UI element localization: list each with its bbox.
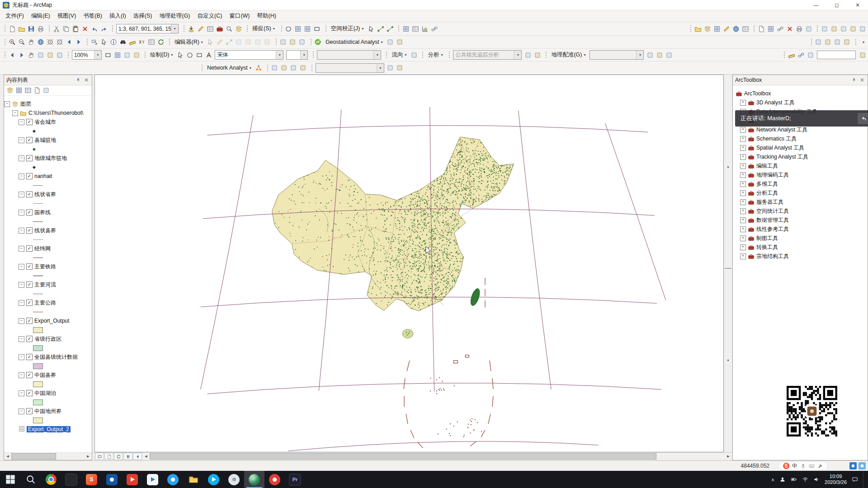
layer-symbol-row[interactable]: [4, 289, 92, 298]
collapse-icon[interactable]: −: [19, 192, 24, 197]
close-button[interactable]: ✕: [847, 0, 868, 10]
toolbox-item[interactable]: +服务器工具: [733, 197, 868, 206]
combo-arrow-icon[interactable]: ▾: [373, 51, 381, 59]
fixzin-icon[interactable]: [45, 38, 55, 47]
collapse-icon[interactable]: −: [12, 110, 18, 116]
scroll-down-icon[interactable]: ▼: [725, 269, 732, 452]
toolbar-grip[interactable]: [312, 51, 314, 59]
layer-symbol-row[interactable]: [4, 307, 92, 316]
collapse-icon[interactable]: −: [19, 119, 24, 125]
expand-icon[interactable]: +: [740, 235, 746, 241]
rectT-icon[interactable]: [194, 50, 204, 60]
collapse-icon[interactable]: −: [19, 408, 24, 414]
taskbar-app-start[interactable]: [0, 471, 20, 488]
zoom_combo-combo[interactable]: 100%▾: [72, 50, 102, 60]
pin-icon[interactable]: [75, 77, 81, 84]
toolbox-item[interactable]: +数据管理工具: [733, 216, 868, 225]
layer-symbol-row[interactable]: [4, 127, 92, 136]
toc-layer[interactable]: −✓中国湖泊: [4, 389, 92, 398]
print-icon[interactable]: [36, 24, 45, 33]
generic-icon[interactable]: [820, 24, 829, 33]
scale_combo-combo[interactable]: 1:3, 687, 901, 365, 156▾: [116, 24, 179, 33]
toolbox-item[interactable]: +线性参考工具: [733, 225, 868, 234]
generic2-icon[interactable]: [244, 38, 253, 47]
georeferencing-dropdown[interactable]: 地理配准(G)▾: [548, 50, 588, 60]
table-icon[interactable]: [410, 24, 420, 33]
toolbox-item[interactable]: +3D Analyst 工具: [733, 98, 868, 107]
status-tray-icon-2[interactable]: [859, 462, 866, 469]
taskbar-app-app-video-blue[interactable]: [203, 471, 224, 488]
taskbar-app-app-red[interactable]: [122, 471, 142, 488]
generic2-icon[interactable]: [823, 38, 833, 47]
xdel-icon[interactable]: [80, 24, 90, 33]
font_combo-combo[interactable]: 宋体▾: [215, 50, 283, 60]
menu-1[interactable]: 编辑(E): [28, 11, 54, 21]
layer-label-selected[interactable]: Export_Output_2: [27, 426, 71, 432]
collapse-icon[interactable]: −: [4, 101, 10, 107]
layer-checkbox[interactable]: ✓: [26, 191, 33, 197]
undo-icon[interactable]: [90, 24, 99, 33]
snapping-dropdown[interactable]: 捕捉(S)▾: [250, 24, 278, 33]
toolbox-item[interactable]: +Network Analyst 工具: [733, 125, 868, 134]
scroll-right-icon[interactable]: ▶: [725, 453, 732, 460]
paste-icon[interactable]: [71, 24, 80, 33]
expand-icon[interactable]: +: [740, 145, 746, 151]
layer-symbol-row[interactable]: [4, 416, 92, 425]
expand-icon[interactable]: +: [740, 127, 746, 133]
cursor-icon[interactable]: [175, 50, 185, 60]
toolboxI-icon[interactable]: [215, 24, 224, 33]
layer-label[interactable]: Export_Output: [34, 318, 69, 324]
close-icon[interactable]: [83, 77, 90, 84]
fwd-icon[interactable]: [74, 38, 83, 47]
layer-symbol-row[interactable]: [4, 398, 92, 407]
layer-checkbox[interactable]: ✓: [26, 390, 33, 396]
toolbox-item[interactable]: +宗地结构工具: [733, 252, 868, 261]
layer-symbol-row[interactable]: [4, 253, 92, 262]
taskbar-app-app-media-blue[interactable]: [142, 471, 163, 488]
expand-icon[interactable]: +: [740, 136, 746, 142]
collapse-icon[interactable]: −: [19, 336, 24, 342]
find-icon[interactable]: [118, 38, 127, 47]
layer-symbol-row[interactable]: [4, 361, 92, 371]
generic-icon[interactable]: [833, 38, 842, 47]
layer-symbol-row[interactable]: [4, 380, 92, 389]
generic2-icon[interactable]: [45, 50, 55, 60]
collapse-icon[interactable]: −: [19, 155, 24, 161]
back-icon[interactable]: [64, 38, 74, 47]
pan-icon[interactable]: [26, 50, 36, 60]
chart-icon[interactable]: [420, 24, 429, 33]
back-icon[interactable]: [7, 50, 17, 60]
toolbar-grip[interactable]: [545, 51, 547, 59]
layer-checkbox[interactable]: ✓: [26, 155, 33, 161]
layer-symbol-row[interactable]: [4, 325, 92, 334]
combo-arrow-icon[interactable]: ▾: [276, 51, 283, 59]
generic2-icon[interactable]: [842, 38, 852, 47]
toolbar-grip[interactable]: [690, 25, 692, 33]
expand-icon[interactable]: +: [740, 163, 746, 169]
wrench-icon[interactable]: [817, 463, 823, 469]
toolbar-grip[interactable]: [4, 51, 6, 59]
toolbox-item[interactable]: +分析工具: [733, 188, 868, 197]
layer-label[interactable]: 线状县界: [34, 227, 56, 235]
collapse-icon[interactable]: −: [19, 372, 24, 378]
toc-layer[interactable]: −✓主要铁路: [4, 262, 92, 271]
editor-dropdown[interactable]: 编辑器(R)▾: [172, 38, 206, 47]
empty-combo[interactable]: ▾: [590, 50, 644, 60]
link-icon[interactable]: [775, 24, 785, 33]
taskbar-app-file-explorer[interactable]: [183, 471, 203, 488]
generic2-icon[interactable]: [132, 50, 141, 60]
generic-icon[interactable]: [645, 50, 655, 60]
taskbar-app-search[interactable]: [20, 471, 41, 488]
taskbar-app-premiere[interactable]: Pr: [285, 471, 305, 488]
sogou-input-bar[interactable]: S 中: [778, 461, 828, 470]
menu-9[interactable]: 帮助(H): [254, 11, 280, 21]
flow-dropdown[interactable]: 流向▾: [389, 50, 409, 60]
expand-icon[interactable]: +: [740, 172, 746, 178]
toc-layer[interactable]: −✓国界线: [4, 208, 92, 217]
layer-checkbox[interactable]: ✓: [26, 336, 33, 342]
layer-label[interactable]: 主要铁路: [34, 263, 56, 271]
refresh-icon[interactable]: [156, 38, 165, 47]
layer-symbol-row[interactable]: [4, 163, 92, 172]
expand-icon[interactable]: +: [740, 253, 746, 259]
generic-icon[interactable]: [278, 38, 288, 47]
